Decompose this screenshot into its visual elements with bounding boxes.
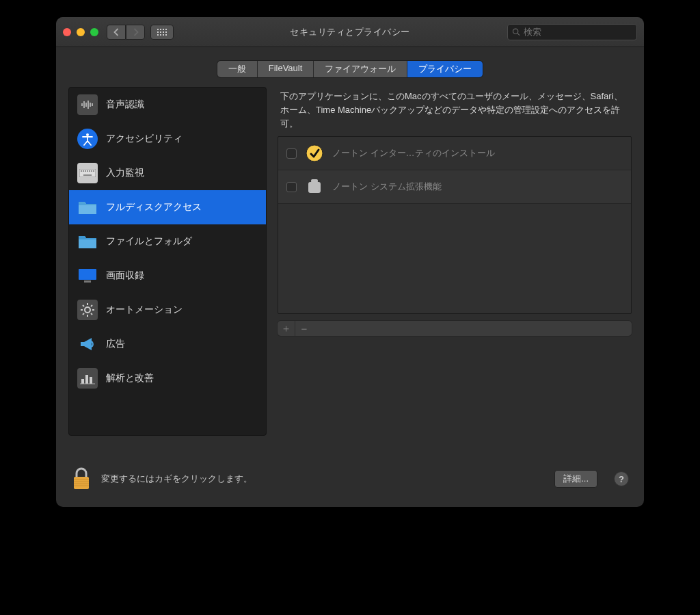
svg-point-20 <box>85 307 90 313</box>
svg-line-27 <box>83 313 84 315</box>
sidebar-item-analytics[interactable]: 解析と改善 <box>69 361 266 395</box>
sidebar-item-label: 入力監視 <box>106 167 144 179</box>
show-all-button[interactable] <box>150 25 174 40</box>
grid-icon <box>157 29 167 36</box>
sidebar-item-full-disk-access[interactable]: フルディスクアクセス <box>69 190 266 224</box>
svg-line-28 <box>91 305 92 306</box>
extension-icon <box>305 177 324 196</box>
app-row[interactable]: ノートン システム拡張機能 <box>278 170 631 204</box>
main-content: 音声認識 アクセシビリティ 入力監視 フルディスクアクセス <box>56 87 644 448</box>
sidebar-item-label: フルディスクアクセス <box>106 201 202 213</box>
svg-line-26 <box>91 313 92 315</box>
svg-rect-19 <box>84 280 91 283</box>
svg-rect-16 <box>93 170 94 172</box>
sidebar-item-label: ファイルとフォルダ <box>106 235 192 248</box>
svg-line-25 <box>83 305 84 306</box>
forward-button[interactable] <box>126 25 145 40</box>
app-name: ノートン インター…ティのインストール <box>332 147 495 159</box>
gear-icon <box>77 300 98 320</box>
tabs: 一般 FileVault ファイアウォール プライバシー <box>217 61 483 77</box>
svg-rect-30 <box>85 375 88 384</box>
close-window-button[interactable] <box>63 28 71 36</box>
app-checkbox[interactable] <box>286 148 297 159</box>
svg-rect-15 <box>91 170 92 172</box>
svg-rect-34 <box>308 182 321 193</box>
tab-filevault[interactable]: FileVault <box>258 61 314 77</box>
sidebar-item-advertising[interactable]: 広告 <box>69 327 266 361</box>
accessibility-icon <box>77 129 98 149</box>
nav-buttons <box>107 25 145 40</box>
svg-point-8 <box>86 133 89 136</box>
window-controls <box>63 28 98 36</box>
app-checkbox[interactable] <box>286 182 297 192</box>
search-input[interactable] <box>524 27 632 37</box>
sidebar-item-automation[interactable]: オートメーション <box>69 293 266 327</box>
sidebar-item-label: 画面収録 <box>106 270 144 282</box>
svg-rect-17 <box>83 174 92 176</box>
svg-rect-18 <box>79 269 96 280</box>
app-list[interactable]: ノートン インター…ティのインストール ノートン システム拡張機能 <box>278 136 632 314</box>
svg-rect-36 <box>74 477 89 489</box>
app-name: ノートン システム拡張機能 <box>332 181 442 193</box>
sidebar-item-files-and-folders[interactable]: ファイルとフォルダ <box>69 224 266 259</box>
sidebar-item-screen-recording[interactable]: 画面収録 <box>69 259 266 293</box>
sidebar-item-label: アクセシビリティ <box>106 133 183 145</box>
minimize-window-button[interactable] <box>77 28 85 36</box>
sidebar-item-accessibility[interactable]: アクセシビリティ <box>69 122 266 156</box>
svg-rect-14 <box>89 170 90 172</box>
folder-icon <box>77 197 98 218</box>
remove-button[interactable]: − <box>295 321 313 336</box>
help-button[interactable]: ? <box>614 471 629 486</box>
tab-privacy[interactable]: プライバシー <box>407 61 483 77</box>
keyboard-icon <box>77 163 98 183</box>
privacy-sidebar[interactable]: 音声認識 アクセシビリティ 入力監視 フルディスクアクセス <box>68 87 267 436</box>
svg-rect-13 <box>87 170 88 172</box>
sidebar-item-label: オートメーション <box>106 304 183 316</box>
svg-point-33 <box>306 145 323 161</box>
svg-rect-31 <box>90 377 92 384</box>
search-field[interactable] <box>507 24 637 40</box>
lock-button[interactable] <box>71 467 92 490</box>
preferences-window: セキュリティとプライバシー 一般 FileVault ファイアウォール プライバ… <box>56 17 644 507</box>
search-icon <box>512 27 520 36</box>
footer: 変更するにはカギをクリックします。 詳細... ? <box>56 448 644 507</box>
lock-text: 変更するにはカギをクリックします。 <box>101 473 252 485</box>
zoom-window-button[interactable] <box>90 28 98 36</box>
add-remove-buttons: ＋ − <box>278 321 632 336</box>
svg-point-0 <box>513 29 517 34</box>
svg-rect-10 <box>81 170 82 172</box>
content-panel: 下のアプリケーションに、このMacのすべてのユーザのメール、メッセージ、Safa… <box>278 87 632 436</box>
waveform-icon <box>77 94 98 115</box>
add-button[interactable]: ＋ <box>278 321 295 336</box>
svg-rect-29 <box>81 379 84 384</box>
norton-icon <box>305 144 324 163</box>
sidebar-item-input-monitoring[interactable]: 入力監視 <box>69 156 266 190</box>
titlebar: セキュリティとプライバシー <box>56 17 644 47</box>
back-button[interactable] <box>107 25 126 40</box>
svg-rect-9 <box>79 169 96 177</box>
sidebar-item-label: 音声認識 <box>106 99 144 111</box>
tab-general[interactable]: 一般 <box>217 61 258 77</box>
tabs-row: 一般 FileVault ファイアウォール プライバシー <box>56 47 644 87</box>
svg-rect-12 <box>85 170 86 172</box>
folder-icon <box>77 231 98 252</box>
svg-rect-35 <box>311 179 318 183</box>
svg-rect-11 <box>83 170 84 172</box>
svg-line-1 <box>517 34 520 36</box>
description-text: 下のアプリケーションに、このMacのすべてのユーザのメール、メッセージ、Safa… <box>278 87 632 136</box>
display-icon <box>77 265 98 286</box>
bar-chart-icon <box>77 368 98 389</box>
tab-firewall[interactable]: ファイアウォール <box>314 61 407 77</box>
sidebar-item-label: 解析と改善 <box>106 372 154 384</box>
app-row[interactable]: ノートン インター…ティのインストール <box>278 137 631 170</box>
sidebar-item-speech-recognition[interactable]: 音声認識 <box>69 88 266 122</box>
details-button[interactable]: 詳細... <box>554 470 597 488</box>
megaphone-icon <box>77 334 98 354</box>
sidebar-item-label: 広告 <box>106 338 125 350</box>
